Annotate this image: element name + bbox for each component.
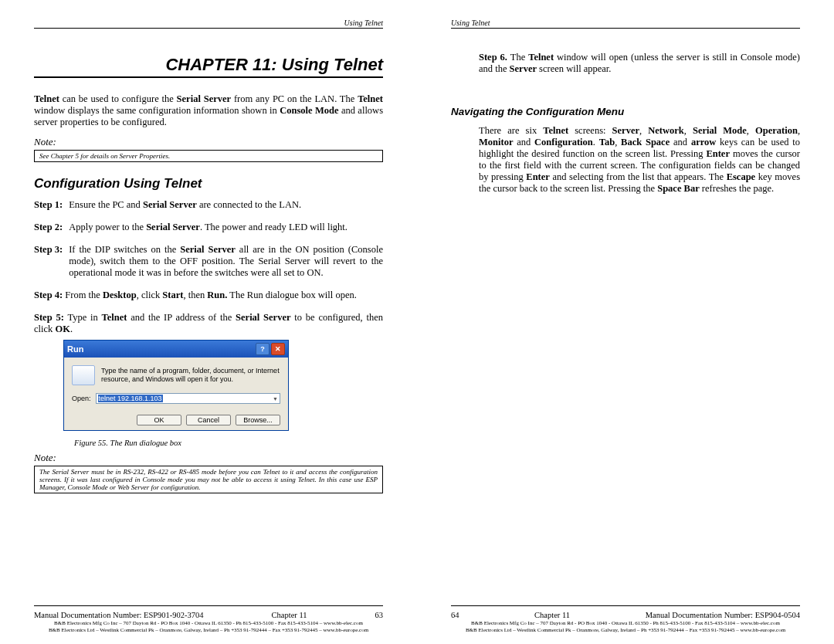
step-6-text: Step 6. The Telnet window will open (unl… bbox=[479, 52, 800, 75]
step-1: Step 1: Ensure the PC and Serial Server … bbox=[34, 199, 383, 211]
note-label-1: Note: bbox=[34, 136, 383, 148]
run-open-value: telnet 192.168.1.103 bbox=[98, 395, 163, 402]
figure-run-dialog: Run ? ✕ Type the name of a program, fold… bbox=[63, 340, 383, 431]
section-navigating-menu: Navigating the Configuration Menu bbox=[451, 106, 800, 117]
note-box-2: The Serial Server must be in RS-232, RS-… bbox=[34, 466, 383, 493]
step-2-label: Step 2: bbox=[34, 222, 63, 233]
help-button-icon[interactable]: ? bbox=[256, 343, 270, 355]
nav-paragraph: There are six Telnet screens: Server, Ne… bbox=[479, 125, 800, 195]
step-2-text: Apply power to the Serial Server. The po… bbox=[69, 222, 383, 233]
footer-right: Manual Documentation Number: ESP904-0504… bbox=[451, 605, 800, 633]
footer-fine-1: B&B Electronics Mfg Co Inc – 707 Dayton … bbox=[34, 620, 383, 626]
browse-button[interactable]: Browse... bbox=[236, 415, 280, 425]
page-left: Using Telnet CHAPTER 11: Using Telnet Te… bbox=[0, 0, 417, 644]
step-4: Step 4: From the Desktop, click Start, t… bbox=[34, 290, 383, 301]
footer-fine-2: B&B Electronics Ltd – Westlink Commercia… bbox=[34, 627, 383, 633]
footer-chapter: Chapter 11 bbox=[272, 611, 307, 619]
run-open-label: Open: bbox=[72, 395, 91, 402]
step-1-text: Ensure the PC and Serial Server are conn… bbox=[69, 199, 383, 211]
footer-chapter: Chapter 11 bbox=[534, 611, 570, 619]
note-label-2: Note: bbox=[34, 452, 383, 464]
dropdown-icon[interactable]: ▼ bbox=[273, 396, 278, 402]
footer-left: Manual Documentation Number: ESP901-902-… bbox=[34, 605, 383, 633]
ok-button[interactable]: OK bbox=[137, 415, 181, 425]
section-config-telnet: Configuration Using Telnet bbox=[34, 176, 383, 192]
note-box-1: See Chapter 5 for details on Server Prop… bbox=[34, 150, 383, 162]
header-text: Using Telnet bbox=[451, 19, 490, 27]
step-3: Step 3: If the DIP switches on the Seria… bbox=[34, 244, 383, 279]
figure-caption: Figure 55. The Run dialogue box bbox=[74, 439, 383, 447]
step-5: Step 5: Type in Telnet and the IP addres… bbox=[34, 312, 383, 335]
chapter-title: CHAPTER 11: Using Telnet bbox=[34, 55, 383, 78]
cancel-button[interactable]: Cancel bbox=[186, 415, 231, 425]
step-2: Step 2: Apply power to the Serial Server… bbox=[34, 222, 383, 233]
run-icon bbox=[72, 365, 95, 385]
header-text: Using Telnet bbox=[344, 19, 383, 27]
step-3-text: If the DIP switches on the Serial Server… bbox=[69, 244, 383, 279]
footer-docnum: Manual Documentation Number: ESP901-902-… bbox=[34, 611, 204, 619]
footer-docnum: Manual Documentation Number: ESP904-0504 bbox=[646, 611, 800, 619]
page-right: Using Telnet Step 6. The Telnet window w… bbox=[417, 0, 834, 644]
run-open-input[interactable]: telnet 192.168.1.103 ▼ bbox=[96, 393, 280, 404]
page-header-left: Using Telnet bbox=[34, 19, 383, 29]
step-3-label: Step 3: bbox=[34, 244, 63, 279]
page-spread: Using Telnet CHAPTER 11: Using Telnet Te… bbox=[0, 0, 834, 644]
run-dialog-message: Type the name of a program, folder, docu… bbox=[101, 367, 280, 384]
page-header-right: Using Telnet bbox=[451, 19, 800, 29]
close-button-icon[interactable]: ✕ bbox=[271, 343, 285, 355]
run-dialog-titlebar: Run ? ✕ bbox=[64, 341, 288, 358]
footer-page: 63 bbox=[375, 611, 383, 619]
step-1-label: Step 1: bbox=[34, 199, 63, 211]
intro-paragraph: Telnet can be used to configure the Seri… bbox=[34, 93, 383, 128]
footer-page: 64 bbox=[451, 611, 459, 619]
run-dialog-title: Run bbox=[67, 344, 254, 354]
run-dialog: Run ? ✕ Type the name of a program, fold… bbox=[63, 340, 289, 431]
step-6: Step 6. The Telnet window will open (unl… bbox=[479, 52, 800, 75]
footer-fine-1: B&B Electronics Mfg Co Inc – 707 Dayton … bbox=[451, 620, 800, 626]
run-dialog-body: Type the name of a program, folder, docu… bbox=[64, 358, 288, 430]
footer-fine-2: B&B Electronics Ltd – Westlink Commercia… bbox=[451, 627, 800, 633]
